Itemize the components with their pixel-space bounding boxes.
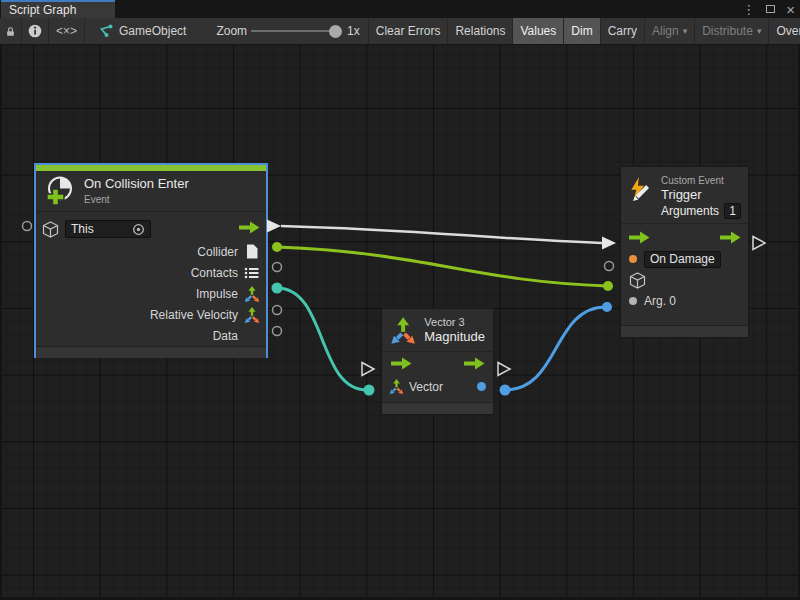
port-row-target[interactable] xyxy=(621,270,748,290)
node-vector3-magnitude[interactable]: Vector 3 Magnitude Vector xyxy=(381,308,494,415)
vector3-icon xyxy=(244,307,260,323)
flow-out-port[interactable] xyxy=(238,220,260,238)
lock-button[interactable] xyxy=(0,18,22,44)
port-row-vector[interactable]: Vector xyxy=(382,376,493,398)
collider-port[interactable] xyxy=(272,242,282,252)
node-trigger-custom-event[interactable]: Custom Event Trigger Arguments 1 xyxy=(620,166,749,338)
contacts-port[interactable] xyxy=(273,263,282,272)
menu-icon[interactable]: ⋮ xyxy=(742,3,755,16)
flow-in-port[interactable] xyxy=(390,357,412,370)
flow-in-port[interactable] xyxy=(628,231,650,244)
node-title: On Collision Enter xyxy=(84,176,189,192)
carry-button[interactable]: Carry xyxy=(601,18,645,44)
node-title: Magnitude xyxy=(424,329,485,345)
gameobject-cube-icon xyxy=(629,272,646,289)
event-icon xyxy=(44,175,76,207)
relations-button[interactable]: Relations xyxy=(448,18,513,44)
vector3-flow-out-stub[interactable] xyxy=(498,363,510,376)
port-row-impulse[interactable]: Impulse xyxy=(36,283,266,304)
tab-strip: Script Graph ⋮ × xyxy=(0,0,800,18)
port-row-arg0[interactable]: Arg. 0 xyxy=(621,290,748,311)
event-name-port[interactable] xyxy=(605,262,614,271)
zoom-control: Zoom 1x xyxy=(194,18,367,44)
info-button[interactable] xyxy=(22,18,49,44)
vector3-icon xyxy=(390,317,416,344)
info-icon xyxy=(28,24,42,38)
node-type-label: Vector 3 xyxy=(424,315,485,329)
string-port-dot[interactable] xyxy=(629,255,637,263)
node-subtitle: Event xyxy=(84,193,189,206)
self-input-port[interactable] xyxy=(23,222,32,231)
graph-icon xyxy=(97,24,113,38)
values-button[interactable]: Values xyxy=(513,18,564,44)
collider-wire[interactable] xyxy=(277,247,607,286)
dim-button[interactable]: Dim xyxy=(564,18,600,44)
distribute-button[interactable]: Distribute ▾ xyxy=(695,18,769,44)
flow-wire-start-arrow[interactable] xyxy=(267,220,281,233)
port-row-self: This xyxy=(36,217,266,241)
arg0-port[interactable] xyxy=(602,302,612,312)
node-footer xyxy=(36,346,266,358)
custom-event-flow-out-stub[interactable] xyxy=(753,237,765,250)
node-footer xyxy=(621,325,748,337)
zoom-slider-handle[interactable] xyxy=(329,25,342,38)
arguments-label: Arguments xyxy=(661,204,719,219)
zoom-slider[interactable] xyxy=(251,30,337,32)
impulse-wire[interactable] xyxy=(277,288,367,390)
graph-canvas[interactable]: On Collision Enter Event This xyxy=(0,45,800,600)
self-target-field[interactable]: This xyxy=(65,220,151,238)
tab-title: Script Graph xyxy=(9,3,76,17)
object-picker-icon[interactable] xyxy=(132,223,145,236)
relative-velocity-port[interactable] xyxy=(273,306,282,315)
port-row-collider[interactable]: Collider xyxy=(36,241,266,262)
flow-out-port[interactable] xyxy=(719,231,741,244)
event-name-field[interactable]: On Damage xyxy=(644,251,721,268)
magnitude-wire[interactable] xyxy=(505,307,606,390)
magnitude-out-port[interactable] xyxy=(500,385,511,396)
port-row-data[interactable]: Data xyxy=(36,325,266,346)
flow-wire-end-arrow[interactable] xyxy=(602,237,616,250)
maximize-icon[interactable] xyxy=(766,5,775,13)
custom-event-icon xyxy=(628,174,653,204)
document-icon xyxy=(246,244,258,259)
node-title: Trigger xyxy=(661,187,741,203)
port-row-event-name[interactable]: On Damage xyxy=(621,248,748,270)
lock-icon xyxy=(6,25,15,38)
toolbar-buttons: Clear Errors Relations Values Dim Carry … xyxy=(368,18,800,44)
overview-button[interactable]: Overview xyxy=(769,18,800,44)
graph-owner-label: GameObject xyxy=(119,24,186,38)
node-footer xyxy=(382,402,493,414)
code-view-button[interactable]: <×> xyxy=(49,18,85,44)
node-category: Custom Event xyxy=(661,174,741,187)
vector3-icon xyxy=(389,379,404,394)
flow-wire[interactable] xyxy=(281,226,602,243)
target-port[interactable] xyxy=(603,281,613,291)
caret-down-icon: ▾ xyxy=(683,26,688,36)
flow-arrow-icon xyxy=(238,221,260,234)
flow-out-port[interactable] xyxy=(463,357,485,370)
graph-toolbar: <×> GameObject Zoom 1x Clear Errors Rela… xyxy=(0,18,800,45)
caret-down-icon: ▾ xyxy=(757,26,762,36)
flow-row xyxy=(382,352,493,376)
align-button[interactable]: Align ▾ xyxy=(645,18,695,44)
gameobject-cube-icon xyxy=(42,221,59,238)
vector-input-port[interactable] xyxy=(364,385,375,396)
data-port[interactable] xyxy=(273,327,282,336)
vector3-icon xyxy=(244,286,260,302)
graph-owner[interactable]: GameObject xyxy=(85,18,194,44)
close-icon[interactable]: × xyxy=(786,2,795,17)
magnitude-output-port[interactable] xyxy=(477,382,486,391)
clear-errors-button[interactable]: Clear Errors xyxy=(368,18,449,44)
tab-script-graph[interactable]: Script Graph xyxy=(1,0,115,18)
zoom-label: Zoom xyxy=(216,24,247,38)
port-row-relative-velocity[interactable]: Relative Velocity xyxy=(36,304,266,325)
window-controls: ⋮ × xyxy=(742,0,795,18)
port-row-contacts[interactable]: Contacts xyxy=(36,262,266,283)
vector3-flow-in-stub[interactable] xyxy=(362,363,374,376)
code-icon: <×> xyxy=(56,24,77,38)
zoom-value: 1x xyxy=(347,24,360,38)
impulse-port[interactable] xyxy=(272,283,283,294)
arg0-port-dot[interactable] xyxy=(629,297,637,305)
arguments-field[interactable]: 1 xyxy=(724,203,741,219)
node-on-collision-enter[interactable]: On Collision Enter Event This xyxy=(35,164,267,357)
